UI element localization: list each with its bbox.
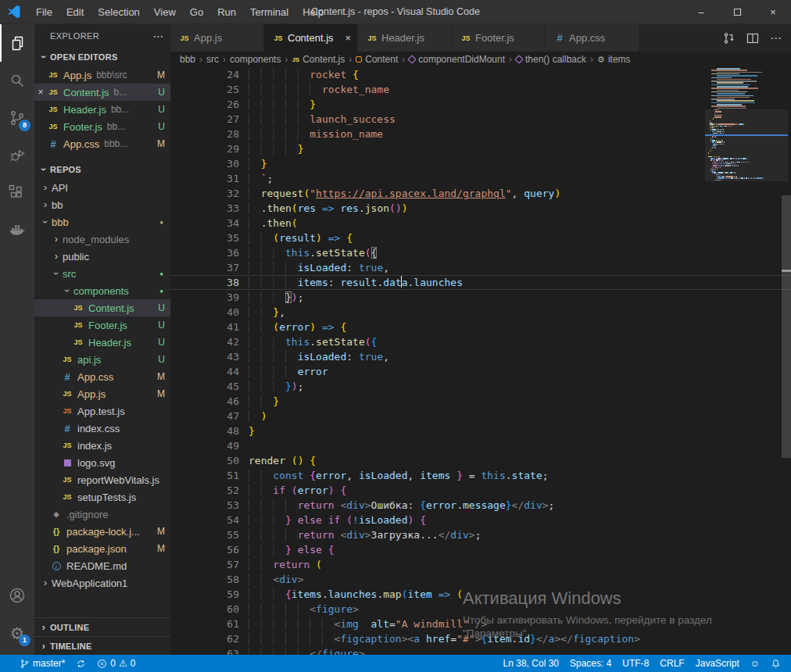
breadcrumb-separator-icon: › — [349, 54, 352, 65]
git-branch-indicator[interactable]: master* — [14, 655, 70, 672]
vertical-scrollbar[interactable] — [782, 195, 791, 458]
minimize-button[interactable]: – — [683, 0, 719, 24]
maximize-button[interactable] — [719, 0, 755, 24]
code-editor[interactable]: 24 rocket {25 rocket_name26 }27 launch_s… — [170, 67, 791, 655]
tree-item-logo.svg[interactable]: logo.svg — [34, 454, 170, 471]
line-content: .then( — [239, 216, 298, 231]
tree-item-api.js[interactable]: JSapi.jsU — [34, 351, 170, 368]
menu-file[interactable]: File — [29, 0, 59, 24]
tree-item-App.js[interactable]: JSApp.jsM — [34, 385, 170, 402]
tree-item-setupTests.js[interactable]: JSsetupTests.js — [34, 488, 170, 506]
source-control-icon[interactable]: 8 — [0, 99, 34, 137]
tree-item-reportWebVitals.js[interactable]: JSreportWebVitals.js — [34, 471, 170, 488]
search-icon[interactable] — [0, 62, 34, 99]
encoding-setting[interactable]: UTF-8 — [617, 655, 654, 672]
tree-item-Header.js[interactable]: JSHeader.jsU — [34, 334, 170, 351]
tree-item-index.js[interactable]: JSindex.js — [34, 437, 170, 454]
tree-item-nodemodules[interactable]: ›node_modules — [34, 231, 170, 248]
problems-indicator[interactable]: 0 ⚠ 0 — [91, 655, 141, 672]
js-file-icon: JS — [61, 356, 73, 363]
breadcrumb-Contentjs[interactable]: JSContent.js — [292, 54, 345, 65]
breadcrumb-separator-icon: › — [402, 54, 405, 65]
eol-setting[interactable]: CRLF — [654, 655, 689, 672]
tab-App.css[interactable]: #App.css× — [546, 24, 639, 52]
minimap[interactable] — [708, 68, 780, 193]
cursor-position[interactable]: Ln 38, Col 30 — [498, 655, 564, 672]
split-editor-icon[interactable] — [746, 32, 759, 45]
open-editor-Content.js[interactable]: ×JSContent.jsb...U — [34, 84, 170, 101]
extensions-icon[interactable] — [0, 174, 34, 212]
tree-item-packagelock.j...[interactable]: {}package-lock.j...M — [34, 523, 170, 540]
tree-item-App.test.js[interactable]: JSApp.test.js — [34, 402, 170, 420]
menu-help[interactable]: Help — [295, 0, 331, 24]
run-debug-icon[interactable] — [0, 137, 34, 174]
breadcrumb-label: componentDidMount — [418, 54, 505, 65]
timeline-section-header[interactable]: ›TIMELINE — [34, 636, 170, 655]
line-content: <div> — [239, 572, 303, 587]
breadcrumb-components[interactable]: components — [230, 54, 281, 65]
menu-terminal[interactable]: Terminal — [243, 0, 295, 24]
outline-section-header[interactable]: ›OUTLINE — [34, 617, 170, 636]
tree-item-components[interactable]: ›components● — [34, 282, 170, 299]
menu-go[interactable]: Go — [183, 0, 210, 24]
open-editor-App.js[interactable]: JSApp.jsbbb\srcM — [34, 66, 170, 84]
open-changes-icon[interactable] — [723, 32, 736, 45]
tree-item-WebApplication1[interactable]: ›WebApplication1 — [34, 574, 170, 592]
breadcrumb-thencallback[interactable]: then() callback — [516, 54, 586, 65]
settings-icon[interactable]: ⚙1 — [0, 614, 34, 652]
js-file-icon: JS — [366, 34, 378, 42]
tree-item-README.md[interactable]: iREADME.md — [34, 557, 170, 574]
explorer-icon[interactable] — [0, 24, 34, 62]
tree-item-package.json[interactable]: {}package.jsonM — [34, 540, 170, 557]
overview-ruler-mark — [782, 270, 791, 272]
menu-view[interactable]: View — [147, 0, 183, 24]
tree-item-Footer.js[interactable]: JSFooter.jsU — [34, 316, 170, 334]
git-status-badge: M — [157, 70, 165, 80]
breadcrumb-bbb[interactable]: bbb — [180, 54, 195, 65]
tree-item-Content.js[interactable]: JSContent.jsU — [34, 299, 170, 316]
menu-edit[interactable]: Edit — [59, 0, 91, 24]
tree-item-public[interactable]: ›public — [34, 248, 170, 265]
folder-name: public — [63, 251, 89, 263]
open-editor-Footer.js[interactable]: JSFooter.jsbb...U — [34, 118, 170, 135]
js-file-icon: JS — [47, 123, 59, 130]
tree-item-src[interactable]: ›src● — [34, 265, 170, 282]
js-file-icon: JS — [61, 493, 73, 501]
line-number: 59 — [170, 587, 239, 602]
sidebar-more-actions-icon[interactable]: ⋯ — [153, 30, 164, 42]
tree-item-bbb[interactable]: ›bbb● — [34, 213, 170, 231]
menu-run[interactable]: Run — [210, 0, 243, 24]
feedback-button[interactable]: ☺ — [745, 655, 765, 672]
sync-button[interactable] — [70, 655, 91, 672]
tree-item-bb[interactable]: ›bb — [34, 196, 170, 213]
notifications-button[interactable] — [765, 655, 786, 672]
breadcrumb-Content[interactable]: Content — [356, 54, 398, 65]
file-name: .gitignore — [66, 509, 108, 520]
open-editor-App.css[interactable]: #App.cssbbb...M — [34, 135, 170, 152]
tree-item-index.css[interactable]: #index.css — [34, 420, 170, 437]
tree-item-API[interactable]: ›API — [34, 179, 170, 196]
breadcrumb-separator-icon: › — [590, 54, 593, 65]
tab-Header.js[interactable]: JSHeader.js× — [358, 24, 452, 52]
open-editor-Header.js[interactable]: JSHeader.jsbb...U — [34, 101, 170, 118]
close-button[interactable]: × — [755, 0, 791, 24]
menu-selection[interactable]: Selection — [91, 0, 146, 24]
tab-close-icon[interactable]: × — [345, 32, 351, 44]
tab-App.js[interactable]: JSApp.js× — [170, 24, 264, 52]
account-icon[interactable] — [0, 577, 34, 614]
breadcrumb-src[interactable]: src — [206, 54, 219, 65]
open-editors-section-header[interactable]: › OPEN EDITORS — [34, 48, 170, 66]
tab-Footer.js[interactable]: JSFooter.js× — [452, 24, 546, 52]
tree-item-App.css[interactable]: #App.cssM — [34, 368, 170, 385]
close-editor-icon[interactable]: × — [34, 87, 47, 98]
breadcrumb-componentDidMount[interactable]: componentDidMount — [409, 54, 505, 65]
tab-Content.js[interactable]: JSContent.js× — [264, 24, 358, 52]
more-actions-icon[interactable]: ⋯ — [770, 31, 782, 45]
tree-item-.gitignore[interactable]: ◆.gitignore — [34, 506, 170, 523]
indentation-setting[interactable]: Spaces: 4 — [564, 655, 617, 672]
language-mode[interactable]: JavaScript — [690, 655, 745, 672]
docker-icon[interactable] — [0, 212, 34, 249]
line-number: 44 — [170, 364, 239, 379]
breadcrumb-items[interactable]: ⚙items — [597, 54, 631, 65]
repos-section-header[interactable]: › REPOS — [34, 160, 170, 179]
